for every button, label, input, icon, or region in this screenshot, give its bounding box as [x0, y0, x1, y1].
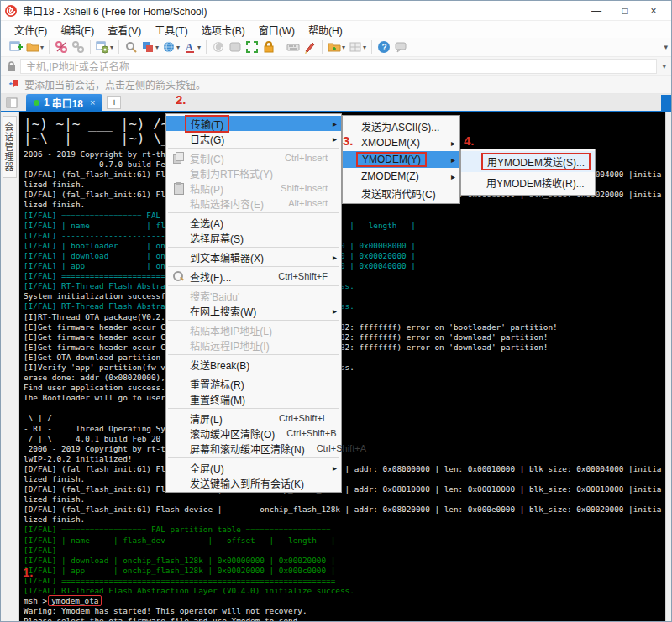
- menu-item-label: 重置游标(R): [190, 377, 244, 391]
- menubar-item[interactable]: 工具(T): [148, 21, 194, 39]
- menu-item-transfer[interactable]: 传输(T)▸: [166, 116, 341, 131]
- menu-item-label: 滚动缓冲区清除(O): [190, 426, 275, 441]
- menu-item-fullscreen[interactable]: 全屏(U)▸: [166, 460, 341, 475]
- menu-item-clear-screen-scrollback[interactable]: 屏幕和滚动缓冲区清除(N)Ctrl+Shift+A: [166, 441, 341, 456]
- menu-item-copy-rtf[interactable]: 复制为RTF格式(Y): [166, 165, 341, 180]
- menu-item-paste-selection[interactable]: 粘贴选择内容(E)Alt+Insert: [166, 196, 341, 211]
- tab-connected-dot-icon: [34, 100, 39, 106]
- terminal-line: [I/FAL] RT-Thread Flash Abstraction Laye…: [24, 281, 661, 291]
- menubar-item[interactable]: 查看(V): [101, 21, 148, 39]
- menu-item-reset-cursor[interactable]: 重置游标(R): [166, 376, 341, 391]
- disconnect-icon[interactable]: [53, 39, 70, 55]
- terminal-line: The Bootloader will go to user applicati…: [24, 393, 661, 403]
- submenu-arrow-icon: ▸: [451, 139, 455, 148]
- new-folder-icon[interactable]: ▾: [326, 39, 347, 55]
- trace-icon[interactable]: [227, 39, 244, 55]
- minimize-button[interactable]: —: [582, 5, 611, 17]
- help-icon[interactable]: ?: [375, 39, 392, 55]
- close-button[interactable]: ×: [639, 5, 668, 17]
- menu-item-label: 发送为ASCII(S)...: [361, 119, 439, 133]
- font-dropdown-icon[interactable]: ▾: [197, 44, 201, 51]
- toolbar-overflow-icon[interactable]: ▾: [664, 43, 668, 51]
- highlighted-command: ymodem_ota: [48, 595, 102, 606]
- maximize-button[interactable]: □: [611, 5, 639, 17]
- menubar-item[interactable]: 文件(F): [8, 21, 54, 39]
- menu-item-label: 选择屏幕(S): [190, 231, 244, 245]
- reconnect-icon[interactable]: [70, 39, 87, 55]
- menu-item-clear-scrollback[interactable]: 滚动缓冲区清除(O)Ctrl+Shift+B: [166, 426, 341, 441]
- menu-item-find[interactable]: 查找(F)...Ctrl+Shift+F: [166, 269, 341, 284]
- menu-item-search-web[interactable]: 在网上搜索(W)▸: [166, 303, 341, 318]
- terminal-line: [E]Get OTA download partition firmware v…: [24, 353, 661, 363]
- tab-close-icon[interactable]: ×: [90, 97, 95, 107]
- toolbar-separator: [322, 40, 323, 54]
- menubar-item[interactable]: 编辑(E): [54, 21, 101, 39]
- terminal-output: 2006 - 2019 Copyright by rt-thread team …: [24, 149, 661, 621]
- menu-item-ymodem[interactable]: YMODEM(Y)▸: [343, 151, 459, 168]
- feedback-icon[interactable]: [392, 39, 409, 55]
- session-properties-icon[interactable]: ▾: [94, 39, 115, 55]
- menu-item-select-all[interactable]: 全选(A): [166, 215, 341, 230]
- menu-separator: [168, 285, 339, 286]
- open-session-dropdown-icon[interactable]: ▾: [40, 44, 44, 51]
- menubar-item[interactable]: 窗口(W): [252, 21, 302, 39]
- color-scheme-dropdown-icon[interactable]: ▾: [155, 44, 159, 51]
- menu-item-log[interactable]: 日志(G)▸: [166, 131, 341, 146]
- menu-item-send-ascii[interactable]: 发送为ASCII(S)...: [343, 118, 459, 134]
- font-icon[interactable]: A▾: [181, 39, 202, 55]
- new-session-icon[interactable]: [8, 39, 24, 55]
- fullscreen-icon[interactable]: [244, 39, 260, 55]
- terminal-line: [D/FAL] (fal_flash_init:61) Flash device…: [24, 484, 661, 494]
- host-address-input[interactable]: 主机,IP地址或会话名称: [20, 59, 657, 74]
- menu-item-send-to-all-sessions[interactable]: 发送键输入到所有会话(K): [166, 475, 341, 490]
- web-browser-dropdown-icon[interactable]: ▾: [176, 44, 180, 51]
- tab-serial-18[interactable]: 1 串口18 ×: [26, 94, 102, 111]
- menu-separator: [168, 354, 339, 355]
- open-session-icon[interactable]: ▾: [24, 39, 45, 55]
- new-folder-dropdown-icon[interactable]: ▾: [342, 44, 345, 51]
- menu-item-clear-screen[interactable]: 清屏(L)Ctrl+Shift+L: [166, 410, 341, 426]
- highlight-pen-icon[interactable]: [302, 39, 318, 55]
- terminal-line: lwIP-2.0.2 initialized!: [24, 454, 661, 464]
- session-properties-dropdown-icon[interactable]: ▾: [110, 44, 113, 51]
- address-dropdown-icon[interactable]: ▾: [662, 62, 666, 71]
- session-manager-vertical-tab[interactable]: 会话管理器: [3, 116, 17, 178]
- menubar-item[interactable]: 帮助(H): [302, 21, 349, 39]
- menu-item-xmodem[interactable]: XMODEM(X)▸: [343, 134, 459, 151]
- toolbar-separator: [118, 40, 119, 54]
- window-title: 串口18 - Xshell 6 (Free for Home/School): [23, 3, 582, 18]
- menu-item-copy[interactable]: 复制(C)Ctrl+Insert: [166, 150, 341, 165]
- menu-item-select-screen[interactable]: 选择屏幕(S): [166, 230, 341, 245]
- svg-text:?: ?: [382, 43, 387, 52]
- new-tab-button[interactable]: +: [107, 96, 121, 109]
- lock-screen-icon[interactable]: [260, 39, 277, 55]
- menu-item-to-text-editor[interactable]: 到文本编辑器(X)▸: [166, 249, 341, 264]
- layout-icon[interactable]: ▾: [347, 39, 368, 55]
- menu-item-send-cancel-code[interactable]: 发送取消代码(C): [343, 185, 459, 201]
- left-side-strip: 会话管理器: [1, 112, 19, 621]
- xagent-icon[interactable]: [210, 39, 227, 55]
- menu-item-zmodem[interactable]: ZMODEM(Z)▸: [343, 168, 459, 185]
- menu-item-ymodem-receive[interactable]: 用YMODEM接收(R)...: [461, 172, 595, 193]
- terminal-line: Waring: Ymodem has started! This operato…: [24, 606, 661, 616]
- layout-dropdown-icon[interactable]: ▾: [363, 44, 366, 51]
- color-scheme-icon[interactable]: ▾: [139, 39, 160, 55]
- terminal-scrollbar[interactable]: [665, 112, 671, 621]
- tab-scroll-button[interactable]: [661, 95, 671, 111]
- web-browser-icon[interactable]: ▾: [160, 39, 181, 55]
- menu-item-paste-local-ip[interactable]: 粘贴本地IP地址(L): [166, 322, 341, 337]
- terminal-line: [I/FAL] | bootloader | onchip_flash_128k…: [24, 241, 661, 251]
- menu-item-ymodem-send[interactable]: 用YMODEM发送(S)...: [461, 151, 595, 172]
- panel-toggle-icon[interactable]: [6, 97, 18, 108]
- menu-item-paste-remote-ip[interactable]: 粘贴远程IP地址(I): [166, 337, 341, 353]
- menubar-item[interactable]: 选项卡(B): [195, 21, 252, 39]
- menu-item-paste[interactable]: 粘贴(P)Shift+Insert: [166, 180, 341, 196]
- menu-item-send-break[interactable]: 发送Break(B): [166, 357, 341, 372]
- menu-item-reset-terminal[interactable]: 重置终端(M): [166, 391, 341, 406]
- annotation-step-2: 2.: [176, 92, 186, 107]
- keyboard-icon[interactable]: [285, 39, 302, 55]
- menu-item-label: YMODEM(Y): [356, 152, 427, 167]
- find-icon[interactable]: [123, 39, 139, 55]
- terminal-line: [I/FAL] RT-Thread Flash Abstraction Laye…: [24, 586, 661, 596]
- menu-item-search-baidu[interactable]: 搜索'Baidu': [166, 288, 341, 303]
